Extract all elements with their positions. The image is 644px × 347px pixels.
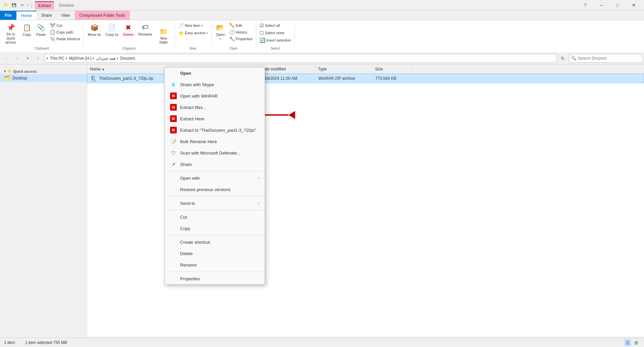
qat-dropdown[interactable]: ▾ [27, 3, 29, 7]
ribbon-group-organize-content: 📦 Move to 📄 Copy to ✖ Delete 🏷 Rename 📁 [86, 22, 172, 46]
new-item-btn[interactable]: 📄 New item ▾ [177, 22, 204, 29]
tab-app-title[interactable]: Doozers [55, 2, 77, 9]
cm-rename-icon [170, 262, 177, 268]
address-path[interactable]: ▸ This PC ▸ MyDrive (H:) ▸ همه چیزدان ▸ … [44, 54, 557, 63]
cm-open-winrar-label: Open with WinRAR [180, 94, 218, 99]
copy-path-btn[interactable]: 📋 Copy path [48, 29, 81, 36]
qat-save-btn[interactable]: 💾 [11, 2, 17, 9]
ribbon-group-clipboard: 📌 Pin to Quick access 📋 Copy 📎 Paste ✂️ [0, 21, 84, 51]
cm-item-properties[interactable]: Properties [165, 273, 265, 284]
select-all-btn[interactable]: ☑ Select all [258, 22, 281, 29]
copy-btn[interactable]: 📋 Copy [20, 22, 34, 38]
paste-label: Paste [36, 33, 46, 37]
cm-item-delete[interactable]: Delete [165, 248, 265, 259]
ribbon-group-open: 📂 Open ▾ ✏️ Edit 🕐 History 🔧 Pro [212, 21, 256, 51]
help-btn[interactable]: ? [578, 0, 593, 11]
cm-item-extract-files[interactable]: W Extract files... [165, 102, 265, 113]
copy-icon: 📋 [23, 23, 31, 32]
cm-winrar-icon-3: W [170, 115, 177, 122]
paste-btn[interactable]: 📎 Paste [34, 22, 48, 38]
title-bar: 📁 💾 ↩ ▾ | Extract Doozers ? ─ □ ✕ [0, 0, 644, 11]
refresh-btn[interactable]: ↻ [558, 54, 568, 63]
rename-btn[interactable]: 🏷 Rename [136, 22, 154, 38]
path-part-1[interactable]: MyDrive (H:) [69, 56, 92, 61]
quick-access-label: Quick access [13, 69, 37, 73]
search-input[interactable] [578, 56, 640, 61]
cm-item-send-to[interactable]: Send to › [165, 197, 265, 209]
maximize-btn[interactable]: □ [610, 0, 625, 11]
cm-item-open-with[interactable]: Open with › [165, 172, 265, 184]
invert-selection-btn[interactable]: 🔄 Invert selection [258, 37, 292, 44]
cut-btn[interactable]: ✂️ Cut [48, 22, 81, 29]
status-selected-info: 1 item selected 755 MB [25, 340, 67, 345]
tab-home[interactable]: Home [16, 11, 37, 20]
path-part-2[interactable]: همه چیزدان [96, 56, 115, 61]
close-btn[interactable]: ✕ [626, 0, 641, 11]
status-bar: 1 item 1 item selected 755 MB ☰ ⊞ [0, 338, 644, 347]
sidebar-item-desktop[interactable]: 🗂️ Desktop [0, 74, 87, 82]
cm-item-share[interactable]: ↗ Share [165, 159, 265, 170]
col-header-type[interactable]: Type [315, 64, 372, 73]
move-to-label: Move to [88, 33, 101, 37]
path-part-0[interactable]: This PC [50, 56, 64, 61]
recent-btn[interactable]: ▾ [23, 54, 32, 63]
cm-open-with-arrow: › [258, 176, 259, 180]
easy-access-icon: ⭐ [178, 30, 184, 36]
path-part-3[interactable]: Doozers [120, 56, 135, 61]
easy-access-btn[interactable]: ⭐ Easy access ▾ [177, 30, 209, 36]
cm-item-scan-defender[interactable]: 🛡 Scan with Microsoft Defender... [165, 147, 265, 159]
qat-undo-btn[interactable]: ↩ [19, 2, 25, 9]
ribbon-content: 📌 Pin to Quick access 📋 Copy 📎 Paste ✂️ [0, 20, 644, 52]
cm-item-bulk-rename[interactable]: 📝 Bulk Rename Here [165, 136, 265, 147]
delete-btn[interactable]: ✖ Delete [121, 22, 136, 38]
open-btn[interactable]: 📂 Open ▾ [214, 22, 227, 42]
sidebar-desktop-label: Desktop [12, 76, 27, 80]
cm-item-share-skype[interactable]: S Share with Skype [165, 79, 265, 90]
ribbon-group-select: ☑ Select all ☐ Select none 🔄 Invert sele… [256, 21, 295, 51]
qat-folder-btn[interactable]: 📁 [3, 2, 9, 9]
details-view-btn[interactable]: ☰ [624, 339, 631, 346]
search-box[interactable]: 🔍 [569, 54, 643, 63]
back-btn[interactable]: ‹ [1, 54, 11, 63]
tab-share[interactable]: Share [37, 11, 57, 20]
cm-item-create-shortcut[interactable]: Create shortcut [165, 236, 265, 248]
large-icons-view-btn[interactable]: ⊞ [633, 339, 640, 346]
cm-item-restore-versions[interactable]: Restore previous versions [165, 184, 265, 195]
edit-btn[interactable]: ✏️ Edit [228, 22, 254, 29]
select-none-btn[interactable]: ☐ Select none [258, 30, 286, 36]
up-btn[interactable]: ↑ [34, 54, 43, 63]
tab-extract[interactable]: Extract [35, 1, 54, 9]
cm-item-copy[interactable]: Copy [165, 223, 265, 234]
path-arrow-0: ▸ [47, 56, 49, 60]
cm-sep-4 [165, 235, 265, 235]
file-size-0: 773,560 KB [375, 76, 396, 81]
cm-item-open-winrar[interactable]: W Open with WinRAR [165, 90, 265, 102]
new-folder-label: New folder [157, 37, 170, 45]
forward-btn[interactable]: › [12, 54, 21, 63]
properties-btn[interactable]: 🔧 Properties [228, 36, 254, 42]
easy-access-label: Easy access [185, 31, 206, 35]
col-header-date[interactable]: Date modified [258, 64, 315, 73]
col-header-size[interactable]: Size [372, 64, 413, 73]
cm-item-extract-here[interactable]: W Extract Here [165, 113, 265, 124]
search-icon: 🔍 [571, 56, 577, 61]
cm-restore-versions-label: Restore previous versions [180, 187, 230, 192]
minimize-btn[interactable]: ─ [594, 0, 609, 11]
cm-item-open[interactable]: Open [165, 67, 265, 79]
move-to-btn[interactable]: 📦 Move to [86, 22, 103, 38]
quick-access-star-icon: ⭐ [7, 69, 12, 73]
delete-label: Delete [123, 33, 134, 37]
tab-compressed-folder-tools[interactable]: Compressed Folder Tools [75, 11, 130, 20]
cm-item-extract-to[interactable]: W Extract to "TheDoozers_part1-3_720p\" [165, 124, 265, 136]
cm-winrar-icon-2: W [170, 104, 177, 111]
new-folder-btn[interactable]: 📁 New folder [155, 26, 172, 46]
pin-to-quick-access-btn[interactable]: 📌 Pin to Quick access [2, 22, 19, 46]
cm-item-rename[interactable]: Rename [165, 259, 265, 271]
tab-view[interactable]: View [57, 11, 75, 20]
history-btn[interactable]: 🕐 History [228, 29, 254, 36]
tab-file[interactable]: File [0, 11, 16, 20]
paste-shortcut-btn[interactable]: 📎 Paste shortcut [48, 36, 81, 42]
cm-item-cut[interactable]: Cut [165, 211, 265, 223]
quick-access-section[interactable]: ▾ ⭐ Quick access [0, 67, 87, 74]
copy-to-btn[interactable]: 📄 Copy to [104, 22, 120, 38]
